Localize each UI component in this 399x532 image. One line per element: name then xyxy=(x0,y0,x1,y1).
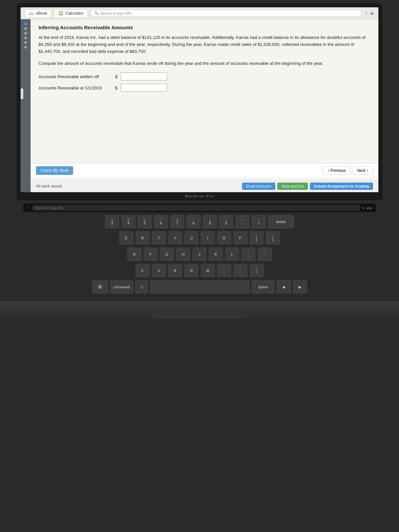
key-command[interactable]: command xyxy=(110,280,133,295)
accounts-receivable-beginning-input[interactable] xyxy=(121,84,167,92)
key-space[interactable] xyxy=(150,280,250,295)
key-h[interactable]: H xyxy=(176,247,191,262)
field-prefix-2: $ xyxy=(115,85,117,90)
key-minus[interactable]: — - xyxy=(235,215,250,229)
keyboard: # 3 $ 4 % 5 ^ 6 & 7 xyxy=(23,215,376,295)
previous-label: Previous xyxy=(331,168,346,173)
nav-indicator-active xyxy=(24,23,27,25)
page-title: Inferring Accounts Receivable Amounts xyxy=(39,25,370,30)
touch-bar-url[interactable]: Search or type URL xyxy=(32,205,360,211)
key-quote[interactable]: " ' xyxy=(257,247,272,262)
key-bracket-close[interactable]: } ] xyxy=(266,231,280,246)
previous-button[interactable]: ‹ Previous xyxy=(323,166,351,175)
nav-indicator-3 xyxy=(24,37,27,39)
key-e[interactable]: E xyxy=(119,231,134,246)
key-bracket-open[interactable]: { [ xyxy=(249,231,264,246)
saved-status: All work saved. xyxy=(36,184,63,189)
touch-bar-controls: ⚙ ◀ ▶ xyxy=(362,206,372,210)
touch-bar-url-text: Search or type URL xyxy=(35,206,64,210)
key-f[interactable]: F xyxy=(143,247,158,262)
tab-ebook-label: eBook xyxy=(36,11,47,16)
keyboard-area: ☆ Search or type URL ⚙ ◀ ▶ # 3 $ 4 % xyxy=(17,200,382,301)
key-3[interactable]: # 3 xyxy=(105,215,119,229)
key-v[interactable]: V xyxy=(152,264,166,278)
key-semicolon[interactable]: : ; xyxy=(241,247,256,262)
tab-calculator-label: Calculator xyxy=(66,11,83,16)
tab-ebook[interactable]: 📖 eBook xyxy=(25,9,52,17)
browser-star: ☆ xyxy=(364,11,368,16)
key-command-symbol[interactable]: ⌘ xyxy=(92,280,108,295)
key-l[interactable]: L xyxy=(225,247,239,262)
nav-indicator-2 xyxy=(24,32,27,35)
key-n[interactable]: N xyxy=(184,264,199,278)
key-r[interactable]: R xyxy=(135,231,150,246)
tab-calculator[interactable]: 🧮 Calculator xyxy=(54,9,88,17)
key-k[interactable]: K xyxy=(208,247,223,262)
back-button[interactable]: < xyxy=(21,88,23,99)
nav-indicator-4 xyxy=(24,41,27,44)
form-row-2: Accounts Receivable at 1/1/2019 $ xyxy=(39,84,370,92)
url-text: Search or type URL xyxy=(100,11,132,15)
problem-description: At the end of 2019, Karras Inc. had a de… xyxy=(39,34,370,55)
key-row-modifiers: ⌘ command ⌥ option ◀ ▶ xyxy=(92,280,307,295)
key-option-symbol[interactable]: ⌥ xyxy=(135,280,148,295)
key-arrow-right[interactable]: ▶ xyxy=(293,280,307,295)
key-arrow-left[interactable]: ◀ xyxy=(276,280,291,295)
macbook-label: MacBook Pro xyxy=(17,192,382,200)
field-label-1: Accounts Receivable written off xyxy=(39,74,112,79)
key-d[interactable]: D xyxy=(127,247,142,262)
next-button[interactable]: Next › xyxy=(352,166,373,175)
key-m[interactable]: M xyxy=(200,264,215,278)
url-bar[interactable]: 🔍 Search or type URL xyxy=(90,10,362,17)
submit-button[interactable]: Submit Assignment for Grading xyxy=(310,183,373,190)
key-7[interactable]: & 7 xyxy=(170,215,185,229)
key-9[interactable]: ( 9 xyxy=(202,215,217,229)
key-row-qwerty: E R T Y U I O P { [ } ] xyxy=(119,231,280,246)
field-label-2: Accounts Receivable at 1/1/2019 xyxy=(39,85,112,90)
accounts-receivable-written-off-input[interactable] xyxy=(121,72,167,80)
main-content-area: Inferring Accounts Receivable Amounts At… xyxy=(31,19,378,192)
laptop-bottom xyxy=(0,301,399,321)
field-prefix-1: $ xyxy=(115,74,117,79)
key-comma[interactable]: < , xyxy=(217,264,231,278)
key-row-numbers: # 3 $ 4 % 5 ^ 6 & 7 xyxy=(105,215,294,229)
key-option[interactable]: option xyxy=(251,280,275,295)
key-equals[interactable]: + = xyxy=(251,215,266,229)
key-b[interactable]: B xyxy=(168,264,183,278)
next-chevron-icon: › xyxy=(367,168,368,173)
prev-chevron-icon: ‹ xyxy=(328,168,329,173)
key-8[interactable]: * 8 xyxy=(186,215,201,229)
key-4[interactable]: $ 4 xyxy=(121,215,136,229)
key-c[interactable]: C xyxy=(135,264,150,278)
key-6[interactable]: ^ 6 xyxy=(154,215,168,229)
browser-forward: ▶ xyxy=(371,11,374,16)
key-j[interactable]: J xyxy=(192,247,207,262)
key-slash[interactable]: ? / xyxy=(249,264,264,278)
key-period[interactable]: > . xyxy=(233,264,248,278)
email-instructor-button[interactable]: Email Instructor xyxy=(242,183,275,190)
next-label: Next xyxy=(357,168,365,173)
key-row-asdf: D F G H J K L : ; " ' xyxy=(127,247,272,262)
check-my-work-button[interactable]: Check My Work xyxy=(36,166,73,175)
key-o[interactable]: O xyxy=(217,231,231,246)
key-0[interactable]: ) 0 xyxy=(219,215,233,229)
key-p[interactable]: P xyxy=(233,231,248,246)
key-u[interactable]: U xyxy=(184,231,199,246)
ebook-icon: 📖 xyxy=(29,11,34,16)
trackpad[interactable] xyxy=(153,305,246,318)
key-5[interactable]: % 5 xyxy=(137,215,152,229)
touch-bar: ☆ Search or type URL ⚙ ◀ ▶ xyxy=(23,203,376,212)
problem-instruction: Compute the amount of accounts receivabl… xyxy=(39,60,370,67)
key-delete[interactable]: delete xyxy=(268,215,294,229)
key-g[interactable]: G xyxy=(160,247,174,262)
nav-indicator-5 xyxy=(24,46,27,49)
key-y[interactable]: Y xyxy=(168,231,183,246)
save-exit-button[interactable]: Save and Exit xyxy=(277,183,308,190)
left-nav-sidebar xyxy=(21,19,31,192)
key-t[interactable]: T xyxy=(152,231,166,246)
action-buttons: Email Instructor Save and Exit Submit As… xyxy=(242,183,373,190)
calculator-icon: 🧮 xyxy=(59,11,64,16)
key-row-zxcv: C V B N M < , > . ? / xyxy=(135,264,264,278)
key-i[interactable]: I xyxy=(200,231,215,246)
touch-bar-star: ☆ xyxy=(27,205,30,210)
